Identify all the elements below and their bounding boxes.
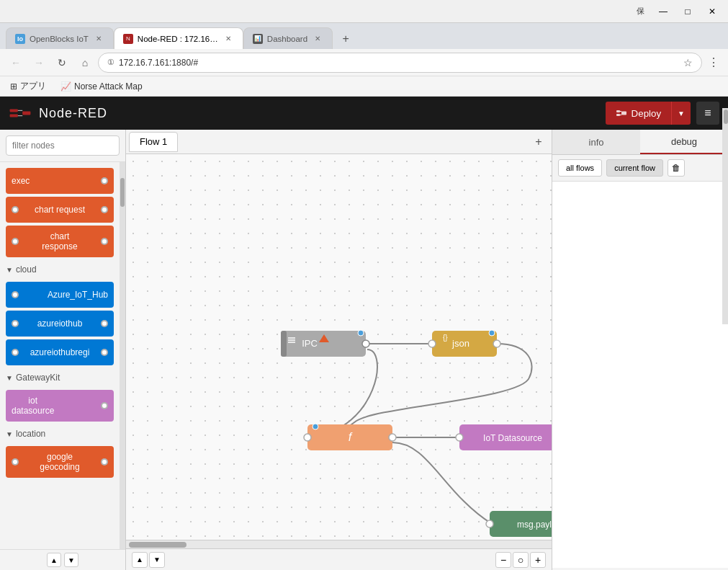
palette-nav-arrows: ▲ ▼ [0, 549, 125, 570]
svg-point-23 [304, 434, 311, 441]
deploy-label: Deploy [632, 108, 662, 119]
palette-node-google-geocoding[interactable]: googlegeocoding [6, 446, 114, 478]
svg-text:json: json [451, 338, 469, 349]
palette-node-chart-request[interactable]: chart request [6, 197, 114, 223]
svg-text:msg.payload: msg.payload [517, 520, 552, 530]
palette-down-button[interactable]: ▼ [64, 553, 78, 567]
minimize-button[interactable]: — [653, 4, 673, 19]
nr-main: exec chart request chartresponse [0, 130, 728, 570]
deploy-icon [616, 107, 627, 119]
svg-rect-4 [22, 112, 30, 115]
current-flow-button[interactable]: current flow [606, 159, 663, 177]
palette-node-azureiothub[interactable]: azureiothub [6, 311, 114, 337]
svg-point-18 [428, 340, 436, 347]
palette-up-button[interactable]: ▲ [47, 553, 61, 567]
palette-node-chart-response[interactable]: chartresponse [6, 226, 114, 257]
deploy-main: Deploy [606, 102, 672, 125]
nr-header: Node-RED Deploy ▼ ≡ [0, 97, 728, 130]
canvas-nav-down[interactable]: ▼ [149, 552, 165, 568]
browser-menu-button[interactable]: ⋮ [705, 53, 722, 72]
deploy-button[interactable]: Deploy ▼ [606, 102, 691, 125]
tab-openblocks-close[interactable]: ✕ [93, 33, 104, 45]
section-gatewaykit-header[interactable]: ▼ GatewayKit [0, 368, 120, 387]
tab-info[interactable]: info [552, 130, 640, 154]
tab-nodered-close[interactable]: ✕ [223, 33, 234, 45]
hamburger-menu-button[interactable]: ≡ [696, 102, 719, 125]
exec-right-port [101, 177, 108, 184]
palette-node-iot-datasource[interactable]: iotdatasource [6, 390, 114, 422]
section-location-label: location [16, 429, 45, 439]
tab-openblocks[interactable]: Io OpenBlocks IoT ✕ [6, 27, 114, 49]
bookmark-norse-label: Norse Attack Map [74, 81, 143, 92]
tab-dashboard-close[interactable]: ✕ [312, 33, 323, 45]
nodered-app: Node-RED Deploy ▼ ≡ [0, 97, 728, 570]
address-bar[interactable]: ① 172.16.7.161:1880/# ☆ [98, 53, 702, 73]
palette-node-azure-hub-label: Azure_IoT_Hub [48, 290, 108, 300]
bookmark-star-icon[interactable]: ☆ [683, 57, 693, 68]
location-chevron-icon: ▼ [6, 430, 13, 438]
nr-canvas-area: Flow 1 + [126, 130, 552, 570]
chart-request-right-port [101, 206, 108, 213]
home-button[interactable]: ⌂ [75, 53, 95, 73]
chart-response-left-port [12, 238, 19, 245]
svg-point-25 [389, 434, 396, 441]
tab-nodered[interactable]: N Node-RED : 172.16.7.161 ✕ [114, 27, 243, 49]
azureiothubr-right-port [101, 349, 108, 356]
azure-hub-left-port [12, 291, 19, 298]
forward-button[interactable]: → [29, 53, 49, 73]
debug-clear-button[interactable]: 🗑 [668, 159, 685, 177]
deploy-dropdown-arrow[interactable]: ▼ [671, 102, 691, 125]
bookmark-norse[interactable]: 📈 Norse Attack Map [56, 80, 147, 93]
palette-node-exec-label: exec [12, 176, 30, 186]
tab-debug[interactable]: debug [640, 130, 728, 154]
section-cloud-header[interactable]: ▼ cloud [0, 260, 120, 279]
quick-nodes: exec chart request chartresponse [0, 165, 120, 260]
new-tab-button[interactable]: + [336, 29, 356, 49]
refresh-button[interactable]: ↻ [52, 53, 72, 73]
canvas-zoom-minus[interactable]: − [495, 552, 511, 568]
palette-scrollbar[interactable] [120, 162, 125, 549]
canvas-scrollbar-h[interactable] [126, 540, 552, 548]
azureiothubr-left-port [12, 349, 19, 356]
canvas-nav-up[interactable]: ▲ [132, 552, 148, 568]
debug-toolbar: all flows current flow 🗑 [552, 155, 728, 182]
svg-text:IoT Datasource: IoT Datasource [483, 433, 542, 443]
nr-canvas[interactable]: IPC {} json [126, 154, 552, 540]
nr-logo: Node-RED [9, 104, 107, 122]
palette-search-area [0, 130, 125, 162]
restore-button[interactable]: □ [678, 4, 698, 19]
palette-node-azure-iot-hub[interactable]: Azure_IoT_Hub [6, 282, 114, 308]
favicon-ob-icon: Io [15, 34, 25, 44]
bookmark-apps-label: アプリ [20, 80, 46, 92]
lock-icon: ① [107, 58, 114, 67]
back-button[interactable]: ← [6, 53, 26, 73]
canvas-zoom-plus[interactable]: + [530, 552, 546, 568]
svg-text:IPC: IPC [302, 338, 318, 349]
nr-palette: exec chart request chartresponse [0, 130, 126, 570]
add-flow-button[interactable]: + [529, 132, 549, 152]
section-location-header[interactable]: ▼ location [0, 424, 120, 443]
close-button[interactable]: ✕ [702, 4, 722, 19]
save-button[interactable]: 保 [637, 6, 644, 17]
palette-node-iot-ds-label: iotdatasource [12, 396, 54, 416]
palette-node-azureiothubr[interactable]: azureiothubregi [6, 339, 114, 365]
tab-debug-label: debug [671, 136, 697, 147]
palette-node-exec[interactable]: exec [6, 168, 114, 194]
palette-node-azureiothub-label: azureiothub [37, 319, 83, 329]
nr-header-right: Deploy ▼ ≡ [606, 102, 719, 125]
right-panel-scrollbar[interactable] [722, 130, 728, 324]
all-flows-button[interactable]: all flows [558, 159, 602, 177]
favicon-db-icon: 📊 [253, 34, 263, 44]
svg-rect-10 [281, 331, 287, 357]
apps-grid-icon: ⊞ [10, 81, 17, 92]
tab-dashboard[interactable]: 📊 Dashboard ✕ [243, 27, 333, 49]
canvas-scroll-thumb-h [129, 542, 187, 548]
canvas-zoom-reset[interactable]: ○ [513, 552, 529, 568]
svg-point-24 [313, 424, 318, 429]
flow1-tab[interactable]: Flow 1 [129, 132, 178, 152]
svg-rect-6 [616, 114, 620, 116]
palette-search-input[interactable] [6, 135, 120, 156]
cloud-chevron-icon: ▼ [6, 266, 13, 274]
favicon-nr-icon: N [123, 34, 133, 44]
bookmark-apps[interactable]: ⊞ アプリ [6, 79, 50, 94]
